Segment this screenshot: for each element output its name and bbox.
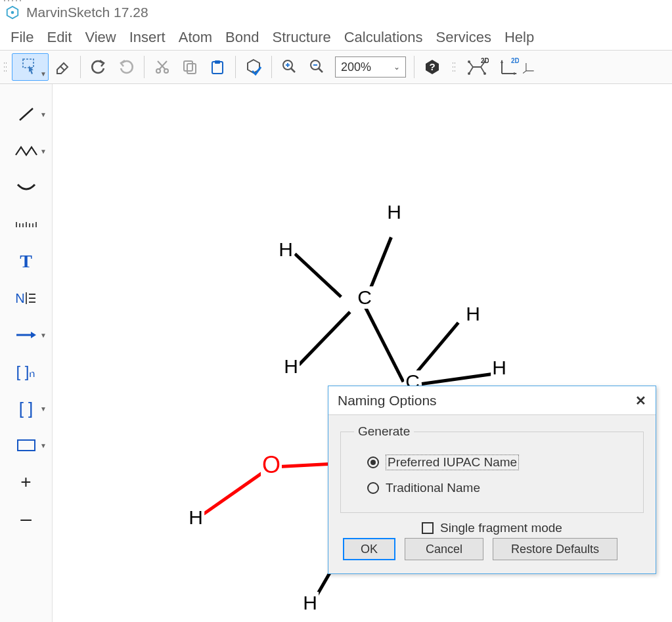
svg-line-33: [20, 108, 33, 120]
drawing-canvas[interactable]: H H C H H C H O H H Naming Options ✕ Gen…: [53, 84, 672, 622]
svg-rect-8: [184, 61, 192, 71]
zoom-level-select[interactable]: 200% ⌄: [335, 56, 406, 78]
toolbar-grip[interactable]: [3, 54, 9, 80]
arrow-tool[interactable]: ▼: [0, 317, 52, 353]
selection-tool-button[interactable]: ▼: [12, 53, 49, 81]
dialog-body: Generate Preferred IUPAC Name Traditiona…: [328, 415, 656, 573]
dialog-title: Naming Options: [338, 393, 437, 409]
generate-group: Generate Preferred IUPAC Name Traditiona…: [340, 424, 644, 513]
zoom-in-icon: [280, 58, 299, 76]
bond: [294, 253, 342, 298]
toolbar-grip[interactable]: [451, 54, 458, 80]
clipboard-icon: [209, 58, 226, 76]
svg-point-1: [11, 11, 14, 14]
curve-icon: [15, 182, 37, 194]
dropdown-icon: ▼: [40, 70, 47, 78]
menu-file[interactable]: File: [5, 29, 39, 46]
plus-tool[interactable]: +: [0, 464, 52, 500]
single-fragment-checkbox[interactable]: Single fragment mode: [340, 521, 644, 535]
dropdown-icon: ▼: [40, 442, 47, 449]
toolbar-separator: [80, 56, 81, 78]
atom-h[interactable]: H: [386, 201, 403, 223]
ok-label: OK: [361, 543, 378, 556]
chain-tool[interactable]: ▼: [0, 133, 52, 169]
svg-rect-9: [187, 64, 196, 74]
work-area: ▼ ▼ T N ▼ [ ]ₙ [ ] ▼: [0, 84, 672, 622]
dialog-titlebar[interactable]: Naming Options ✕: [328, 386, 656, 415]
atom-h[interactable]: H: [491, 357, 508, 379]
name-tool[interactable]: N: [0, 280, 52, 317]
radio-traditional-label: Traditional Name: [386, 481, 480, 495]
cut-button[interactable]: [148, 53, 176, 81]
toolbar-separator: [271, 56, 272, 78]
bracket-tool[interactable]: [ ] ▼: [0, 390, 52, 427]
chevron-down-icon: ⌄: [393, 62, 400, 72]
redo-button[interactable]: [112, 53, 140, 81]
menu-view[interactable]: View: [79, 29, 121, 46]
bond: [298, 311, 351, 366]
dropdown-icon: ▼: [40, 148, 47, 155]
text-tool[interactable]: T: [0, 243, 52, 280]
svg-line-32: [523, 71, 526, 74]
title-bar: MarvinSketch 17.28: [0, 0, 672, 25]
clean-2d-button[interactable]: 2D: [460, 53, 493, 81]
curve-tool[interactable]: [0, 169, 52, 206]
atom-h[interactable]: H: [277, 238, 294, 261]
arrow-right-icon: [15, 330, 37, 340]
svg-rect-11: [215, 60, 220, 64]
axes-2d-button[interactable]: 2D: [493, 53, 522, 81]
svg-text:?: ?: [429, 61, 435, 72]
cursor-lines-icon: [24, 290, 37, 306]
validate-button[interactable]: [240, 53, 267, 81]
atom-h[interactable]: H: [464, 303, 482, 325]
cancel-button[interactable]: Cancel: [405, 538, 483, 560]
restore-defaults-button[interactable]: Restore Defaults: [493, 538, 617, 560]
radio-traditional[interactable]: Traditional Name: [367, 481, 630, 495]
menu-structure[interactable]: Structure: [267, 29, 336, 46]
menu-atom[interactable]: Atom: [173, 29, 217, 46]
close-icon[interactable]: ✕: [635, 393, 646, 409]
bond-line-icon: [16, 104, 36, 124]
bond: [203, 468, 269, 516]
atom-h[interactable]: H: [302, 592, 319, 614]
menu-insert[interactable]: Insert: [124, 29, 171, 46]
menu-calculations[interactable]: Calculations: [339, 29, 428, 46]
axes-3d-button[interactable]: [522, 53, 535, 81]
ruler-tool[interactable]: [0, 206, 52, 243]
zoom-value: 200%: [341, 60, 371, 74]
left-sidebar: ▼ ▼ T N ▼ [ ]ₙ [ ] ▼: [0, 84, 53, 622]
sidebar-grip[interactable]: [0, 0, 46, 3]
single-bond-tool[interactable]: ▼: [0, 96, 52, 133]
svg-point-25: [483, 60, 486, 63]
svg-line-7: [158, 61, 166, 70]
eraser-button[interactable]: [49, 53, 76, 81]
bracket-n-tool[interactable]: [ ]ₙ: [0, 353, 52, 390]
paste-button[interactable]: [204, 53, 231, 81]
minus-tool[interactable]: –: [0, 500, 52, 537]
rectangle-icon: [16, 439, 36, 452]
menu-bond[interactable]: Bond: [220, 29, 264, 46]
main-toolbar: ▼ 200% ⌄ ? 2D 2D: [0, 50, 672, 84]
zoom-out-button[interactable]: [303, 53, 331, 81]
axes-2d-icon: 2D: [497, 56, 519, 78]
rectangle-tool[interactable]: ▼: [0, 427, 52, 464]
axes-3d-icon: [522, 56, 535, 78]
menu-help[interactable]: Help: [499, 29, 539, 46]
help-icon: ?: [424, 58, 441, 76]
menu-services[interactable]: Services: [431, 29, 497, 46]
help-button[interactable]: ?: [418, 53, 446, 81]
ok-button[interactable]: OK: [343, 538, 395, 560]
radio-icon: [367, 482, 379, 494]
atom-h[interactable]: H: [282, 355, 300, 378]
undo-button[interactable]: [85, 53, 112, 81]
menu-edit[interactable]: Edit: [41, 29, 77, 46]
atom-o[interactable]: O: [261, 451, 282, 479]
toolbar-separator: [144, 56, 145, 78]
atom-c[interactable]: C: [356, 286, 373, 309]
radio-iupac[interactable]: Preferred IUPAC Name: [367, 455, 630, 470]
zoom-in-button[interactable]: [276, 53, 303, 81]
app-title: MarvinSketch 17.28: [26, 5, 148, 20]
dropdown-icon: ▼: [40, 332, 47, 339]
atom-h[interactable]: H: [187, 506, 204, 529]
copy-button[interactable]: [176, 53, 204, 81]
